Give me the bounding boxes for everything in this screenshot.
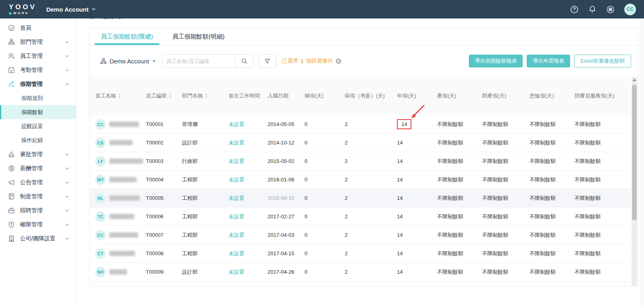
sidebar-item-home[interactable]: 首頁 [0,21,76,35]
bell-icon [588,5,597,14]
column-header-sick_leave_paid: 病假（有薪）(天) [345,92,397,100]
cell-paternity_leave: 不限制餘額 [482,121,530,128]
main-content: 假期餘額 員工假期餘額(匯總)員工假期餘額(明細) Demo Account 已… [76,0,644,287]
cell-compassionate_leave: 不限制餘額 [530,158,574,165]
org-chart-icon [8,39,15,45]
redacted-name [109,140,133,145]
redacted-name [109,159,143,164]
table-row[interactable]: LYT00003行政部未設置2015-05-020214不限制餘額不限制餘額不限… [90,152,630,171]
filter-button[interactable] [259,54,276,68]
topbar: YOOV WORK Demo Account CC [0,0,644,18]
sidebar-item-label: 假期管理 [20,81,43,88]
cell-paternity_leave: 不限制餘額 [482,268,530,276]
yoov-logo[interactable]: YOOV WORK [9,4,37,15]
cell-join_date: 2017-02-27 [268,214,305,220]
cell-paternity_leave: 不限制餘額 [482,213,530,220]
sidebar-item-payroll[interactable]: 薪酬管理 [0,161,76,175]
table-row[interactable]: CCT00007工程部未設置2017-04-030214不限制餘額不限制餘額不限… [90,226,630,244]
stamp-icon [8,151,15,158]
sidebar-item-leave[interactable]: 假期管理 [0,77,76,91]
employee-name-cell: WT [95,175,146,185]
export-annual-report-button[interactable]: 導出年度報表 [527,55,570,67]
chevron-down-icon [65,236,70,241]
sidebar-item-approval[interactable]: 審批管理 [0,147,76,161]
column-header-compassionate_leave: 恩恤假(天) [530,92,574,100]
sidebar-item-policy[interactable]: 制度管理 [0,189,76,203]
sidebar-subitem-leave-rules[interactable]: 假期規則 [0,91,76,105]
scroll-up-icon[interactable] [632,79,636,81]
user-avatar[interactable]: CC [624,4,636,15]
table-row[interactable]: NHT00009設計部未設置2017-04-260214不限制餘額不限制餘額不限… [90,263,630,281]
sort-icon[interactable] [168,93,172,99]
table-row[interactable]: WTT00004工程部未設置2016-01-060214不限制餘額不限制餘額不限… [90,171,630,189]
notifications-button[interactable] [588,5,597,14]
export-leave-balance-report-button[interactable]: 導出假期餘額報表 [469,55,523,67]
chevron-down-icon [91,7,96,12]
not-set-link[interactable]: 未設置 [229,232,244,238]
cell-paternity_leave: 不限制餘額 [482,250,530,257]
not-set-link[interactable]: 未設置 [229,269,244,275]
sidebar-item-company-settings[interactable]: 公司/團隊設置 [0,232,76,246]
excel-bulk-edit-button[interactable]: Excel批量修改餘額 [574,55,631,67]
not-set-link[interactable]: 未設置 [229,140,244,146]
sort-icon[interactable] [118,93,121,99]
scrollbar-thumb[interactable] [632,85,637,220]
not-set-link[interactable]: 未設置 [229,214,244,220]
cell-join_date: 2017-04-03 [268,232,305,238]
clear-filter-button[interactable] [335,58,341,64]
cell-comp_leave: 0 [305,177,345,183]
account-switcher[interactable]: Demo Account [46,6,96,13]
column-header-maternity_leave: 產假(天) [437,92,482,100]
cell-department: 工程部 [182,176,229,183]
not-set-link[interactable]: 未設置 [229,177,244,183]
column-header-name[interactable]: 員工名稱 [95,92,146,100]
sidebar-menu: 首頁部門管理員工管理考勤管理假期管理假期規則假期餘額提醒設置操作紀錄審批管理薪酬… [0,21,76,246]
not-set-link[interactable]: 未設置 [229,158,244,164]
cell-jury_service_leave: 不限制餘額 [574,176,630,183]
column-header-employee_id[interactable]: 員工編號 [146,92,182,100]
tab-detail[interactable]: 員工假期餘額(明細) [172,28,225,45]
cell-annual_leave: 14 [397,250,437,256]
not-set-link[interactable]: 未設置 [229,121,244,127]
redacted-name [109,251,135,256]
search-icon [241,58,247,64]
funnel-icon [264,58,270,64]
sidebar-item-recruitment[interactable]: 招聘管理 [0,203,76,218]
page-scrollbar[interactable] [641,18,644,305]
sidebar-subitem-operation-log[interactable]: 操作紀錄 [0,133,76,147]
table-row[interactable]: CST00002設計部未設置2014-10-120214不限制餘額不限制餘額不限… [90,134,630,152]
table-row[interactable]: TCT00006工程部未設置2017-02-270214不限制餘額不限制餘額不限… [90,207,630,226]
not-set-link[interactable]: 未設置 [229,195,244,201]
sidebar-item-permission[interactable]: 權限管理 [0,218,76,232]
tab-summary[interactable]: 員工假期餘額(匯總) [100,28,154,45]
help-button[interactable] [570,5,579,14]
avatar: CS [95,138,106,148]
table-row[interactable]: HLT00005工程部未設置2016-08-150214不限制餘額不限制餘額不限… [90,189,630,207]
chevron-down-icon [65,152,70,157]
apps-button[interactable] [606,5,615,14]
sort-icon[interactable] [204,93,208,99]
sidebar-item-department[interactable]: 部門管理 [0,35,76,49]
cell-comp_leave: 0 [305,158,345,164]
sidebar-item-label: 部門管理 [20,39,43,46]
sidebar-item-employee[interactable]: 員工管理 [0,49,76,63]
column-header-department[interactable]: 部門名稱 [182,92,229,100]
avatar: WT [95,175,106,185]
search-input[interactable] [162,54,235,68]
sidebar-item-attendance[interactable]: 考勤管理 [0,63,76,77]
sidebar-subitem-reminder-settings[interactable]: 提醒設置 [0,119,76,133]
table-scrollbar[interactable] [632,77,637,286]
sidebar-item-announcement[interactable]: 公告管理 [0,175,76,189]
org-selector[interactable]: Demo Account [100,58,156,65]
sidebar-subitem-leave-balance[interactable]: 假期餘額 [0,105,76,119]
cell-comp_leave: 0 [305,250,345,256]
building-icon [8,235,15,242]
search-button[interactable] [235,54,254,68]
cell-comp_leave: 0 [305,140,345,146]
table-row[interactable]: CCT00001管理層未設置2014-05-050214不限制餘額不限制餘額不限… [90,115,630,134]
not-set-link[interactable]: 未設置 [229,250,244,256]
cell-paternity_leave: 不限制餘額 [482,158,530,165]
chevron-down-icon [65,68,70,73]
cell-annual_leave: 14 [397,119,437,129]
table-row[interactable]: CTT00008工程部未設置2017-04-150214不限制餘額不限制餘額不限… [90,244,630,263]
